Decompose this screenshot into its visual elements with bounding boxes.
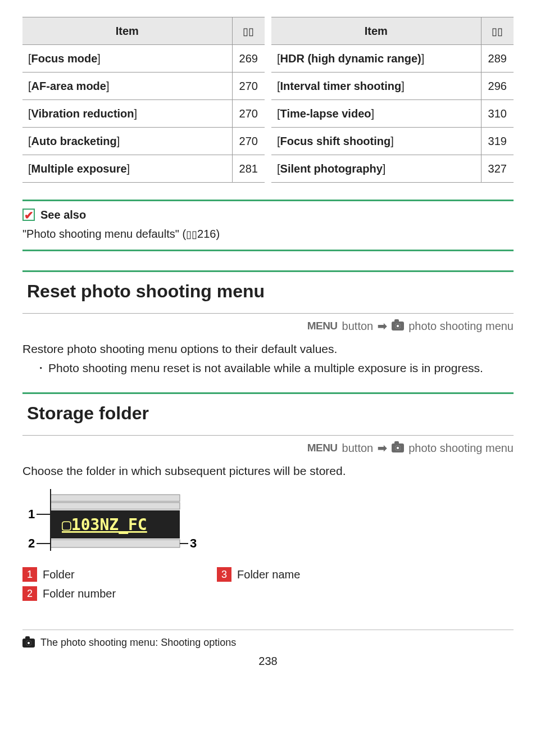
page-number: 238 — [22, 653, 514, 669]
callout-item: 1 Folder — [22, 567, 116, 582]
svg-rect-1 — [51, 503, 180, 509]
table-row: [Focus mode]269 — [22, 45, 265, 73]
callout-group-right: 3 Folder name — [217, 567, 300, 601]
callout-label: Folder name — [237, 567, 300, 582]
camera-icon — [392, 322, 404, 331]
arrow-right-icon: ➡ — [378, 318, 387, 334]
section-heading-wrap: Storage folder — [22, 392, 514, 436]
checkmark-icon — [22, 209, 35, 221]
see-also-title: See also — [22, 207, 514, 223]
breadcrumb-dest: photo shooting menu — [408, 318, 514, 334]
menu-label: MENU — [307, 319, 338, 334]
section-body: Choose the folder in which subsequent pi… — [22, 463, 514, 479]
right-item-table: Item ▯▯ [HDR (high dynamic range)]289 [I… — [271, 17, 514, 183]
section-heading: Storage folder — [22, 400, 514, 436]
item-cell: [Silent photography] — [271, 155, 481, 183]
callout-item: 2 Folder number — [22, 586, 116, 601]
item-cell: [AF-area mode] — [22, 73, 232, 100]
callout-label: Folder number — [43, 586, 116, 601]
page-cell: 319 — [481, 128, 514, 155]
breadcrumb-dest: photo shooting menu — [408, 440, 514, 456]
bullet-item: Photo shooting menu reset is not availab… — [38, 360, 514, 377]
svg-rect-0 — [51, 495, 180, 501]
section-breadcrumb: MENU button ➡ photo shooting menu — [22, 314, 514, 337]
page-cell: 296 — [481, 73, 514, 100]
footer-title: The photo shooting menu: Shooting option… — [22, 636, 514, 650]
section-reset-photo-shooting-menu: Reset photo shooting menu MENU button ➡ … — [22, 270, 514, 377]
camera-icon — [22, 639, 35, 648]
arrow-right-icon: ➡ — [378, 440, 387, 456]
callout-marker-2: 2 — [28, 536, 35, 550]
table-row: [Time-lapse video]310 — [271, 100, 514, 128]
item-cell: [Multiple exposure] — [22, 155, 232, 183]
callout-number: 3 — [217, 567, 231, 582]
footer-text: The photo shooting menu: Shooting option… — [40, 636, 236, 650]
page-cell: 310 — [481, 100, 514, 128]
svg-rect-3 — [51, 540, 180, 547]
see-also-box: See also "Photo shooting menu defaults" … — [22, 200, 514, 251]
item-cell: [Vibration reduction] — [22, 100, 232, 128]
table-header-page-icon: ▯▯ — [481, 17, 514, 45]
callout-number: 1 — [22, 567, 37, 582]
left-item-table: Item ▯▯ [Focus mode]269 [AF-area mode]27… — [22, 17, 265, 183]
callout-number: 2 — [22, 586, 37, 601]
storage-folder-diagram: ▢103NZ_FC 1 2 3 — [28, 489, 197, 562]
camera-icon — [392, 443, 404, 452]
see-also-page: 216 — [197, 228, 216, 240]
table-row: [Vibration reduction]270 — [22, 100, 265, 128]
page-cell: 281 — [232, 155, 265, 183]
callout-item: 3 Folder name — [217, 567, 300, 582]
item-cell: [Interval timer shooting] — [271, 73, 481, 100]
page-cell: 270 — [232, 73, 265, 100]
breadcrumb-button-text: button — [342, 318, 374, 334]
callout-label: Folder — [43, 567, 75, 582]
table-row: [AF-area mode]270 — [22, 73, 265, 100]
breadcrumb-button-text: button — [342, 440, 374, 456]
bullet-list: Photo shooting menu reset is not availab… — [38, 360, 514, 377]
folder-text: ▢103NZ_FC — [62, 515, 147, 534]
see-also-label: See also — [40, 207, 86, 223]
item-cell: [Auto bracketing] — [22, 128, 232, 155]
page-cell: 270 — [232, 100, 265, 128]
table-header-item: Item — [271, 17, 481, 45]
footer: The photo shooting menu: Shooting option… — [22, 630, 514, 669]
section-heading-wrap: Reset photo shooting menu — [22, 270, 514, 314]
item-cell: [HDR (high dynamic range)] — [271, 45, 481, 73]
tables-row: Item ▯▯ [Focus mode]269 [AF-area mode]27… — [22, 17, 514, 183]
table-row: [Multiple exposure]281 — [22, 155, 265, 183]
callouts: 1 Folder 2 Folder number 3 Folder name — [22, 567, 514, 601]
item-cell: [Time-lapse video] — [271, 100, 481, 128]
see-also-prefix: "Photo shooting menu defaults" ( — [22, 228, 186, 240]
section-body: Restore photo shooting menu options to t… — [22, 341, 514, 357]
section-heading: Reset photo shooting menu — [22, 278, 514, 314]
see-also-text: "Photo shooting menu defaults" (▯▯216) — [22, 226, 514, 242]
item-cell: [Focus shift shooting] — [271, 128, 481, 155]
item-cell: [Focus mode] — [22, 45, 232, 73]
table-row: [HDR (high dynamic range)]289 — [271, 45, 514, 73]
table-header-item: Item — [22, 17, 232, 45]
table-row: [Focus shift shooting]319 — [271, 128, 514, 155]
diagram-wrap: ▢103NZ_FC 1 2 3 — [28, 489, 514, 562]
callout-marker-1: 1 — [28, 507, 35, 521]
menu-label: MENU — [307, 441, 338, 456]
see-also-suffix: ) — [216, 228, 220, 240]
book-icon: ▯▯ — [243, 26, 254, 37]
table-row: [Interval timer shooting]296 — [271, 73, 514, 100]
page-cell: 327 — [481, 155, 514, 183]
table-row: [Silent photography]327 — [271, 155, 514, 183]
table-row: [Auto bracketing]270 — [22, 128, 265, 155]
callout-group-left: 1 Folder 2 Folder number — [22, 567, 116, 601]
table-header-page-icon: ▯▯ — [232, 17, 265, 45]
section-storage-folder: Storage folder MENU button ➡ photo shoot… — [22, 392, 514, 601]
book-icon: ▯▯ — [492, 26, 503, 37]
page-cell: 269 — [232, 45, 265, 73]
page-cell: 289 — [481, 45, 514, 73]
book-icon: ▯▯ — [186, 229, 197, 240]
page-cell: 270 — [232, 128, 265, 155]
callout-marker-3: 3 — [190, 536, 197, 550]
section-breadcrumb: MENU button ➡ photo shooting menu — [22, 436, 514, 459]
